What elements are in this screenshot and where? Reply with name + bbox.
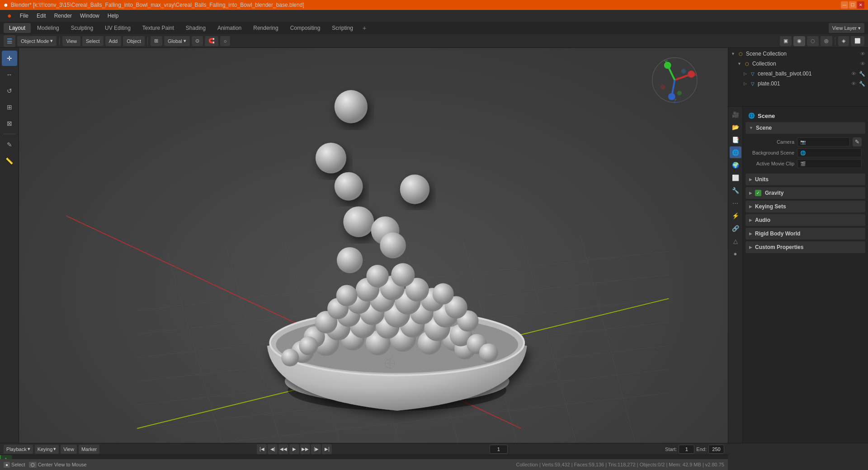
toggle-overlays-button[interactable]: ◈ — [838, 36, 849, 46]
maximize-button[interactable]: ☐ — [849, 1, 856, 9]
audio-section-header[interactable]: ▶ Audio — [745, 214, 865, 226]
measure-tool[interactable]: 📏 — [2, 153, 17, 169]
menu-edit[interactable]: Edit — [33, 12, 50, 20]
units-section-header[interactable]: ▶ Units — [745, 174, 865, 185]
marker-menu[interactable]: Marker — [79, 445, 99, 454]
gravity-section-header[interactable]: ▶ ✓ Gravity — [745, 187, 865, 199]
tab-shading[interactable]: Shading — [180, 23, 211, 33]
transform-tool[interactable]: ⊠ — [2, 116, 17, 131]
toggle-xray-button[interactable]: ⬜ — [851, 36, 864, 46]
tab-uv-editing[interactable]: UV Editing — [99, 23, 136, 33]
end-frame-input[interactable]: 250 — [708, 445, 724, 454]
toolbar-separator-3 — [835, 37, 835, 45]
physics-icon[interactable]: ⚡ — [730, 210, 741, 221]
keying-menu[interactable]: Keying ▾ — [35, 445, 59, 454]
prop-section-keying-sets: ▶ Keying Sets — [745, 201, 865, 212]
particles-icon[interactable]: ⋯ — [730, 197, 741, 209]
object-mode-selector[interactable]: Object Mode ▾ — [17, 36, 57, 46]
scene-properties-icon[interactable]: 🌐 — [730, 146, 741, 158]
wireframe-mode-button[interactable]: ▣ — [780, 36, 792, 46]
menu-blender[interactable]: ● — [4, 11, 15, 21]
tab-animation[interactable]: Animation — [212, 23, 247, 33]
outliner-row-plate[interactable]: ▷ ▽ plate.001 👁 🔧 — [741, 79, 868, 89]
global-label: Global — [168, 38, 182, 44]
start-frame-input[interactable]: 1 — [679, 445, 694, 454]
move-tool[interactable]: ↔ — [2, 67, 17, 82]
cereal-balls-visibility[interactable]: 👁 — [851, 71, 856, 76]
expand-icon-2: ▼ — [737, 61, 741, 66]
close-button[interactable]: ✕ — [857, 1, 864, 9]
rigid-body-section-header[interactable]: ▶ Rigid Body World — [745, 228, 865, 240]
current-frame-input[interactable]: 1 — [490, 445, 508, 454]
next-frame-button[interactable]: ▶▶ — [300, 444, 310, 454]
rotate-tool[interactable]: ↺ — [2, 83, 17, 99]
solid-mode-button[interactable]: ◉ — [793, 36, 805, 46]
tab-layout[interactable]: Layout — [4, 23, 31, 33]
background-scene-value[interactable]: 🌐 — [797, 148, 862, 157]
next-keyframe-button[interactable]: |▶ — [311, 444, 321, 454]
object-menu-button[interactable]: Object — [123, 36, 145, 46]
tab-rendering[interactable]: Rendering — [248, 23, 283, 33]
plate-visibility[interactable]: 👁 — [851, 81, 856, 86]
minimize-button[interactable]: — — [841, 1, 848, 9]
jump-end-button[interactable]: ▶| — [322, 444, 332, 454]
render-properties-icon[interactable]: 🎥 — [730, 108, 741, 120]
snapping-button[interactable]: 🧲 — [205, 36, 218, 46]
view-layer-properties-icon[interactable]: 📑 — [730, 134, 741, 146]
pivot-point-button[interactable]: ⊙ — [192, 36, 203, 46]
outliner-row-scene-collection[interactable]: ▼ ⬡ Scene Collection 👁 — [728, 49, 868, 59]
viewport-3d[interactable]: User Perspective (Local) (1) Collection … — [19, 48, 728, 443]
add-workspace-button[interactable]: + — [359, 23, 369, 33]
outliner-row-cereal-balls[interactable]: ▷ ▽ cereal_balls_pivot.001 👁 🔧 — [741, 69, 868, 79]
outliner-row-collection[interactable]: ▼ ⬡ Collection 👁 — [735, 59, 868, 69]
camera-value[interactable]: 📷 — [797, 137, 850, 146]
output-properties-icon[interactable]: 📂 — [730, 121, 741, 133]
menu-window[interactable]: Window — [76, 12, 103, 20]
world-properties-icon[interactable]: 🌍 — [730, 159, 741, 171]
tab-texture-paint[interactable]: Texture Paint — [137, 23, 179, 33]
view-layer-selector[interactable]: View Layer ▾ — [829, 23, 864, 33]
prev-frame-button[interactable]: ◀◀ — [278, 444, 288, 454]
tab-scripting[interactable]: Scripting — [326, 23, 359, 33]
svg-point-59 — [479, 343, 498, 362]
menu-render[interactable]: Render — [51, 12, 75, 20]
playback-menu[interactable]: Playback ▾ — [4, 445, 33, 454]
cereal-balls-render[interactable]: 🔧 — [859, 71, 865, 77]
material-icon[interactable]: ● — [730, 248, 741, 259]
prev-keyframe-button[interactable]: ◀| — [268, 444, 278, 454]
proportional-edit-button[interactable]: ○ — [220, 36, 231, 46]
constraints-icon[interactable]: 🔗 — [730, 222, 741, 234]
view-menu-button[interactable]: View — [62, 36, 80, 46]
view-menu[interactable]: View — [61, 445, 77, 454]
scene-section-header[interactable]: ▼ Scene — [745, 122, 865, 134]
cursor-tool[interactable]: ✛ — [2, 51, 17, 66]
add-menu-button[interactable]: Add — [105, 36, 122, 46]
render-mode-button[interactable]: ◎ — [821, 36, 832, 46]
tab-compositing[interactable]: Compositing — [285, 23, 326, 33]
jump-start-button[interactable]: |◀ — [257, 444, 267, 454]
modifier-properties-icon[interactable]: 🔧 — [730, 184, 741, 196]
object-data-icon[interactable]: △ — [730, 235, 741, 247]
active-movie-clip-value[interactable]: 🎬 — [797, 159, 862, 168]
select-key: ● — [4, 462, 10, 468]
annotate-tool[interactable]: ✎ — [2, 137, 17, 152]
select-menu-button[interactable]: Select — [82, 36, 104, 46]
collection-visibility[interactable]: 👁 — [860, 61, 865, 66]
menu-help[interactable]: Help — [104, 12, 123, 20]
visibility-icon[interactable]: 👁 — [860, 51, 865, 56]
object-properties-icon[interactable]: ⬜ — [730, 172, 741, 183]
gravity-checkbox[interactable]: ✓ — [755, 190, 761, 196]
tab-modeling[interactable]: Modeling — [32, 23, 65, 33]
global-transform-button[interactable]: Global ▾ — [164, 36, 190, 46]
plate-render[interactable]: 🔧 — [859, 81, 865, 87]
svg-point-60 — [366, 265, 389, 287]
keying-sets-header[interactable]: ▶ Keying Sets — [745, 201, 865, 212]
tab-sculpting[interactable]: Sculpting — [66, 23, 99, 33]
menu-file[interactable]: File — [16, 12, 32, 20]
scale-tool[interactable]: ⊞ — [2, 99, 17, 115]
custom-properties-header[interactable]: ▶ Custom Properties — [745, 241, 865, 253]
play-button[interactable]: ▶ — [289, 444, 299, 454]
material-mode-button[interactable]: ◌ — [807, 36, 819, 46]
viewport-type-icon[interactable]: ⊞ — [151, 36, 162, 46]
camera-eyedropper-icon[interactable]: ✎ — [853, 137, 862, 146]
